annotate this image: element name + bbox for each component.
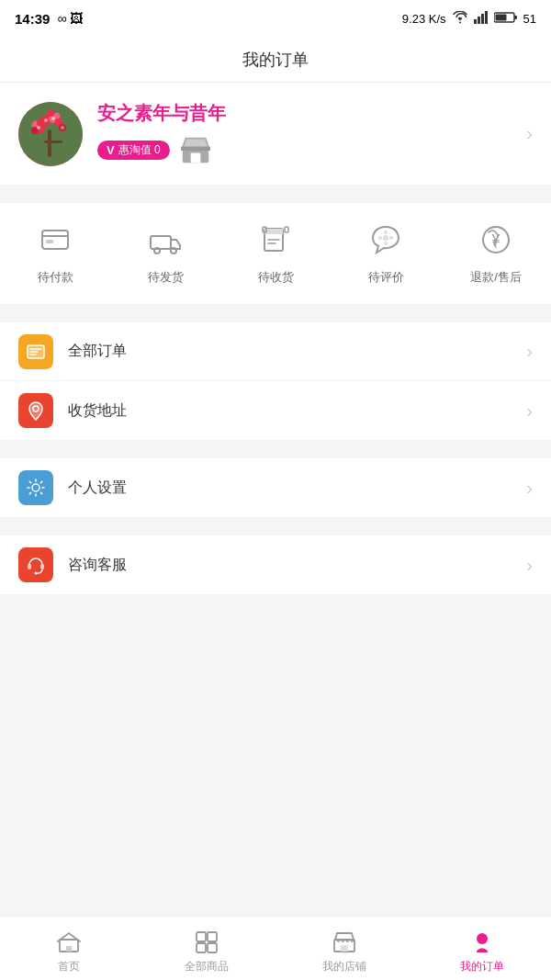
nav-item-my-orders[interactable]: 我的订单	[413, 922, 551, 974]
order-status-row: 待付款 待发货	[0, 218, 551, 286]
svg-rect-52	[197, 943, 206, 952]
badge-row: V 惠淘值 0	[97, 133, 226, 166]
profile-left: 安之素年与昔年 V 惠淘值 0	[18, 101, 226, 166]
my-shop-nav-icon	[332, 929, 357, 955]
status-icons: ∞ 🖼	[57, 11, 83, 26]
svg-point-30	[154, 248, 160, 253]
svg-point-37	[384, 242, 388, 245]
avatar	[18, 102, 83, 166]
menu-section-1: 全部订单 › 收货地址 ›	[0, 322, 551, 440]
status-left: 14:39 ∞ 🖼	[15, 11, 83, 27]
svg-rect-51	[208, 932, 217, 941]
status-right: 9.23 K/s 51	[402, 11, 536, 27]
svg-rect-53	[208, 943, 217, 952]
battery-icon	[494, 11, 518, 27]
personal-settings-chevron: ›	[526, 478, 533, 499]
shipping-address-label: 收货地址	[68, 401, 127, 421]
svg-point-22	[51, 117, 55, 120]
divider-2	[0, 313, 551, 322]
pending-payment-icon	[33, 218, 77, 262]
svg-rect-49	[66, 946, 72, 952]
svg-rect-55	[341, 945, 348, 952]
vip-v-icon: V	[107, 143, 115, 157]
svg-point-35	[383, 235, 388, 241]
svg-rect-0	[474, 19, 477, 24]
svg-rect-34	[285, 227, 288, 232]
svg-rect-25	[190, 153, 200, 163]
status-item-pending-receipt[interactable]: 待收货	[220, 218, 331, 286]
svg-rect-5	[514, 16, 517, 19]
shop-icon-button[interactable]	[179, 133, 212, 166]
nav-item-my-shop[interactable]: 我的店铺	[276, 922, 413, 974]
svg-rect-3	[485, 11, 488, 24]
my-shop-nav-label: 我的店铺	[322, 959, 366, 974]
page-title: 我的订单	[242, 49, 309, 71]
status-time: 14:39	[15, 11, 50, 27]
svg-rect-50	[197, 932, 206, 941]
shipping-address-chevron: ›	[526, 400, 533, 422]
svg-rect-6	[495, 14, 506, 20]
refund-icon: ¥	[474, 218, 518, 262]
svg-rect-28	[46, 240, 53, 243]
menu-section-2: 个人设置 ›	[0, 458, 551, 517]
svg-point-47	[35, 572, 38, 575]
menu-item-customer-service[interactable]: 咨询客服 ›	[0, 535, 551, 594]
profile-chevron-right: ›	[526, 123, 533, 144]
menu-item-all-orders[interactable]: 全部订单 ›	[0, 322, 551, 381]
divider-3	[0, 449, 551, 458]
menu-item-all-orders-left: 全部订单	[18, 334, 127, 369]
home-nav-label: 首页	[58, 959, 80, 974]
svg-point-36	[384, 231, 388, 234]
svg-point-38	[378, 236, 382, 240]
username: 安之素年与昔年	[97, 101, 226, 126]
status-item-refund[interactable]: ¥ 退款/售后	[441, 218, 551, 286]
signal-icon	[474, 11, 489, 27]
settings-icon-box	[18, 470, 53, 505]
pending-review-label: 待评价	[368, 269, 404, 286]
menu-item-shipping-left: 收货地址	[18, 393, 127, 428]
all-orders-chevron: ›	[526, 341, 533, 362]
pending-shipment-label: 待发货	[148, 269, 184, 286]
svg-rect-2	[481, 14, 484, 24]
status-item-pending-review[interactable]: 待评价	[331, 218, 441, 286]
menu-item-personal-settings[interactable]: 个人设置 ›	[0, 458, 551, 517]
customer-service-label: 咨询客服	[68, 556, 127, 575]
vip-badge: V 惠淘值 0	[97, 141, 170, 160]
service-icon-box	[18, 547, 53, 582]
pending-shipment-icon	[143, 218, 187, 262]
refund-label: 退款/售后	[470, 269, 522, 286]
svg-rect-45	[28, 564, 31, 569]
all-orders-label: 全部订单	[68, 342, 127, 361]
svg-rect-27	[42, 231, 68, 249]
customer-service-chevron: ›	[526, 555, 533, 576]
svg-rect-26	[181, 146, 210, 150]
network-speed: 9.23 K/s	[402, 12, 446, 26]
battery-level: 51	[523, 12, 536, 26]
svg-point-19	[47, 109, 54, 117]
svg-point-44	[32, 484, 39, 491]
svg-point-23	[61, 126, 64, 130]
user-info: 安之素年与昔年 V 惠淘值 0	[97, 101, 226, 166]
pending-receipt-icon	[253, 218, 298, 262]
title-bar: 我的订单	[0, 37, 551, 83]
profile-section[interactable]: 安之素年与昔年 V 惠淘值 0 ›	[0, 83, 551, 185]
status-item-pending-shipment[interactable]: 待发货	[110, 218, 220, 286]
home-nav-icon	[56, 929, 82, 955]
status-item-pending-payment[interactable]: 待付款	[0, 218, 110, 286]
svg-rect-9	[44, 141, 62, 143]
svg-rect-29	[151, 236, 171, 249]
pending-review-icon	[364, 218, 408, 262]
svg-point-56	[477, 933, 488, 944]
menu-item-settings-left: 个人设置	[18, 470, 127, 505]
vip-text: 惠淘值 0	[118, 142, 161, 158]
all-orders-icon-box	[18, 334, 53, 369]
menu-item-shipping-address[interactable]: 收货地址 ›	[0, 381, 551, 440]
personal-settings-label: 个人设置	[68, 479, 127, 498]
all-products-nav-label: 全部商品	[185, 959, 229, 974]
my-orders-nav-icon	[469, 929, 495, 955]
nav-item-all-products[interactable]: 全部商品	[138, 922, 276, 974]
wifi-icon	[452, 11, 468, 27]
nav-item-home[interactable]: 首页	[0, 922, 138, 974]
status-bar: 14:39 ∞ 🖼 9.23 K/s	[0, 0, 551, 37]
svg-point-39	[389, 236, 393, 240]
